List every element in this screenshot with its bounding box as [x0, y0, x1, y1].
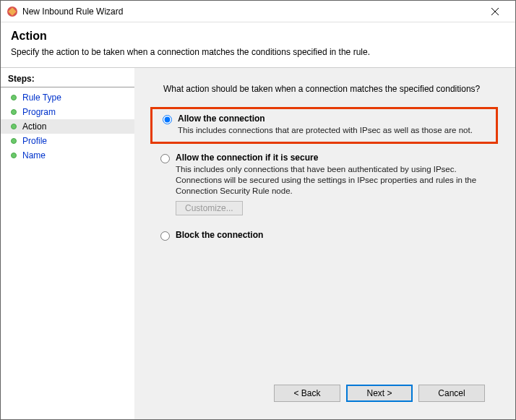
close-icon — [491, 8, 499, 15]
prompt-text: What action should be taken when a conne… — [163, 84, 498, 94]
cancel-button[interactable]: Cancel — [418, 385, 485, 402]
option-allow-secure: Allow the connection if it is secure Thi… — [150, 148, 498, 221]
step-label: Name — [22, 150, 46, 160]
next-button[interactable]: Next > — [346, 385, 413, 402]
radio-allow[interactable] — [163, 115, 172, 124]
option-block: Block the connection — [150, 226, 498, 247]
bullet-icon — [11, 124, 17, 129]
step-name[interactable]: Name — [1, 148, 134, 163]
option-title: Allow the connection — [178, 113, 490, 124]
customize-button: Customize... — [176, 201, 243, 215]
bullet-icon — [11, 138, 17, 144]
option-allow: Allow the connection This includes conne… — [150, 107, 498, 144]
step-program[interactable]: Program — [1, 105, 134, 119]
step-profile[interactable]: Profile — [1, 134, 134, 148]
radio-allow-secure[interactable] — [160, 154, 170, 163]
radio-block[interactable] — [160, 231, 170, 241]
option-desc: This includes connections that are prote… — [178, 125, 490, 136]
step-label: Rule Type — [22, 93, 61, 103]
step-action[interactable]: Action — [1, 119, 134, 134]
back-button[interactable]: < Back — [274, 385, 340, 402]
bullet-icon — [11, 109, 17, 115]
step-rule-type[interactable]: Rule Type — [1, 90, 134, 105]
close-button[interactable] — [481, 1, 509, 22]
option-title: Block the connection — [176, 230, 492, 240]
steps-list: Rule Type Program Action Profile Name — [1, 90, 134, 163]
wizard-window: New Inbound Rule Wizard Action Specify t… — [0, 0, 516, 420]
content-pane: What action should be taken when a conne… — [134, 68, 515, 419]
bullet-icon — [11, 95, 17, 100]
steps-sidebar: Steps: Rule Type Program Action Profile — [1, 68, 134, 419]
step-label: Program — [22, 107, 56, 117]
page-subtitle: Specify the action to be taken when a co… — [11, 47, 505, 57]
page-header: Action Specify the action to be taken wh… — [1, 22, 515, 68]
step-label: Action — [22, 121, 46, 132]
option-title: Allow the connection if it is secure — [176, 153, 492, 163]
app-icon — [7, 6, 18, 17]
page-title: Action — [11, 30, 505, 43]
titlebar: New Inbound Rule Wizard — [1, 1, 515, 22]
bullet-icon — [11, 153, 17, 158]
step-label: Profile — [22, 136, 47, 146]
option-desc: This includes only connections that have… — [176, 164, 492, 197]
wizard-footer: < Back Next > Cancel — [150, 377, 498, 412]
body: Steps: Rule Type Program Action Profile — [1, 68, 515, 419]
steps-label: Steps: — [1, 72, 134, 87]
window-title: New Inbound Rule Wizard — [22, 7, 481, 17]
